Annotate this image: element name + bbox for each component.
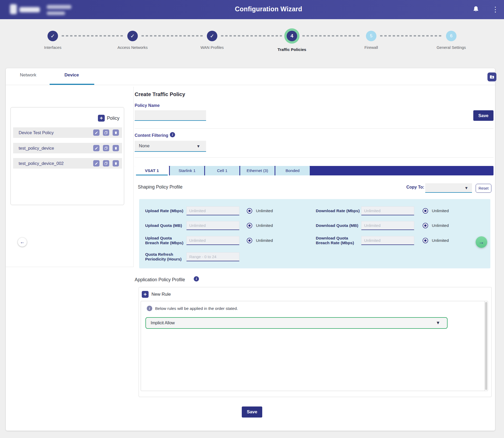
kebab-menu-icon[interactable]: ⋮ — [491, 5, 499, 14]
application-profile-title: Application Policy Profile — [135, 277, 185, 283]
application-profile-info-icon[interactable]: i — [194, 276, 199, 281]
radio-dot — [248, 239, 251, 242]
left-column-divider — [6, 267, 134, 267]
left-arrow-icon: ← — [20, 239, 25, 245]
duplicate-policy-icon[interactable] — [103, 129, 109, 136]
save-button-top[interactable]: Save — [473, 110, 494, 121]
quota-refresh-periodicity-input[interactable] — [186, 252, 239, 261]
rule-value: Implicit Allow — [146, 321, 436, 325]
save-button-bottom[interactable]: Save — [242, 406, 262, 418]
upload-quota-input[interactable] — [186, 221, 239, 230]
step-traffic-policies[interactable]: 4 — [287, 31, 297, 41]
content-filtering-info-icon[interactable]: i — [170, 132, 175, 137]
wan-tab-ethernet3[interactable]: Ethernet (3) — [240, 166, 275, 175]
app-logo-text — [19, 7, 40, 12]
back-button[interactable]: ← — [18, 238, 27, 247]
radio-dot — [424, 225, 427, 227]
download-quota-breach-rate-input[interactable] — [361, 236, 414, 245]
shaping-policy-panel: Upload Rate (Mbps) Unlimited Download Ra… — [139, 199, 490, 268]
upload-rate-unlimited-radio[interactable] — [247, 208, 252, 214]
delete-policy-icon[interactable] — [113, 145, 119, 151]
tab-device[interactable]: Device — [55, 72, 89, 78]
shaping-profile-title: Shaping Policy Profile — [138, 184, 182, 190]
step-label-traffic-policies: Traffic Policies — [263, 47, 321, 52]
step-interfaces[interactable]: ✓ — [48, 31, 58, 41]
upload-breach-unlimited-radio[interactable] — [247, 238, 252, 243]
step-label-firewall: Firewall — [342, 45, 400, 50]
step-connector — [62, 35, 124, 36]
editor-title: Create Traffic Policy — [135, 91, 185, 97]
duplicate-policy-icon[interactable] — [103, 160, 109, 166]
shaping-row-quota-refresh: Quota Refresh Periodicity (Hours) — [139, 250, 490, 264]
wan-tab-starlink1[interactable]: Starlink 1 — [170, 166, 204, 175]
step-firewall[interactable]: 5 — [366, 31, 376, 41]
page-title: Configuration Wizard — [235, 5, 302, 13]
policy-name: test_policy_device_002 — [19, 161, 90, 166]
download-rate-unlimited-radio[interactable] — [423, 208, 428, 214]
rules-info-row: i Below rules will be applied in the ord… — [147, 306, 238, 311]
folder-search-icon[interactable] — [487, 72, 496, 81]
upload-quota-breach-rate-input[interactable] — [186, 236, 239, 245]
chevron-down-icon: ▼ — [436, 320, 447, 326]
copy-to-label: Copy To: — [406, 185, 424, 190]
new-rule-button[interactable]: + New Rule — [142, 291, 171, 298]
download-rate-label: Download Rate (Mbps) — [316, 208, 360, 213]
delete-policy-icon[interactable] — [113, 160, 119, 166]
upload-rate-label: Upload Rate (Mbps) — [145, 208, 186, 213]
wan-tab-cell1[interactable]: Cell 1 — [205, 166, 239, 175]
chevron-down-icon: ▼ — [196, 144, 206, 148]
upload-rate-unlimited-label: Unlimited — [256, 208, 273, 213]
step-number: 6 — [450, 33, 452, 39]
policy-name: test_policy_device — [19, 146, 90, 151]
wan-tab-bonded[interactable]: Bonded — [275, 166, 310, 175]
application-policy-panel: + New Rule i Below rules will be applied… — [139, 287, 492, 397]
step-access-networks[interactable]: ✓ — [127, 31, 138, 41]
upload-quota-unlimited-radio[interactable] — [247, 223, 252, 228]
main-card: Network Device + Policy Device Test Poli… — [6, 68, 495, 431]
tab-network[interactable]: Network — [11, 72, 45, 78]
policy-row[interactable]: Device Test Policy — [13, 127, 122, 138]
edit-policy-icon[interactable] — [93, 129, 99, 136]
next-interface-button[interactable]: → — [476, 236, 487, 248]
delete-policy-icon[interactable] — [113, 129, 119, 136]
shaping-row-rate: Upload Rate (Mbps) Unlimited Download Ra… — [139, 205, 490, 217]
rules-scrollbar[interactable] — [484, 301, 488, 391]
rules-list-panel: i Below rules will be applied in the ord… — [141, 301, 488, 391]
add-policy-button[interactable]: + Policy — [98, 115, 119, 122]
configuration-wizard-page: Configuration Wizard ⋮ ✓ ✓ ✓ 4 5 6 Inter… — [0, 0, 504, 438]
download-quota-input[interactable] — [361, 221, 414, 230]
reset-button[interactable]: Reset — [476, 184, 491, 193]
top-bar: Configuration Wizard ⋮ — [0, 0, 504, 19]
duplicate-policy-icon[interactable] — [103, 145, 109, 151]
download-rate-input[interactable] — [361, 206, 414, 215]
edit-policy-icon[interactable] — [93, 160, 99, 166]
section-divider — [135, 128, 494, 129]
upload-breach-unlimited-label: Unlimited — [256, 238, 273, 243]
org-name-line1 — [47, 5, 71, 9]
info-icon: i — [147, 306, 152, 311]
chevron-down-icon: ▼ — [464, 186, 472, 190]
download-quota-unlimited-radio[interactable] — [423, 223, 428, 228]
step-connector — [141, 35, 203, 36]
download-breach-unlimited-radio[interactable] — [423, 238, 428, 243]
notifications-bell-icon[interactable] — [472, 5, 480, 14]
policy-row[interactable]: test_policy_device_002 — [13, 158, 122, 169]
scrollbar-thumb[interactable] — [485, 302, 487, 390]
content-filtering-select[interactable]: None ▼ — [135, 141, 206, 152]
policy-row[interactable]: test_policy_device — [13, 143, 122, 153]
content-filtering-label: Content Filtering — [135, 133, 168, 138]
step-connector — [302, 35, 361, 36]
step-general-settings[interactable]: 6 — [446, 31, 456, 41]
upload-rate-input[interactable] — [186, 206, 239, 215]
copy-to-select[interactable]: ▼ — [425, 183, 472, 193]
edit-policy-icon[interactable] — [93, 145, 99, 151]
step-connector — [221, 35, 282, 36]
rule-implicit-allow-select[interactable]: Implicit Allow ▼ — [145, 317, 448, 329]
quota-refresh-periodicity-label: Quota Refresh Periodicity (Hours) — [145, 252, 186, 262]
download-rate-unlimited-label: Unlimited — [432, 208, 449, 213]
step-wan-profiles[interactable]: ✓ — [207, 31, 217, 41]
wan-tab-bar: VSAT 1 Starlink 1 Cell 1 Ethernet (3) Bo… — [135, 166, 494, 175]
policy-name-input[interactable] — [135, 110, 206, 121]
org-name-line2 — [47, 12, 65, 15]
wan-tab-vsat1[interactable]: VSAT 1 — [135, 166, 169, 175]
